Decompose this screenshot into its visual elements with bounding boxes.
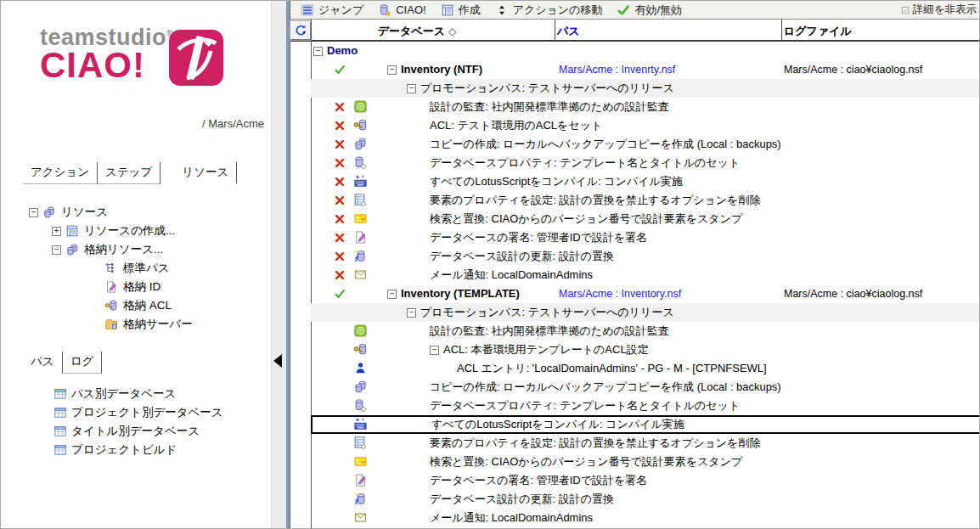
column-header-path[interactable]: パス <box>557 24 580 39</box>
row-label: メール通知: LocalDomainAdmins <box>430 511 593 524</box>
grid-row[interactable]: 設計の監査: 社内開発標準準拠のための設計監査 <box>290 98 980 116</box>
main-panel: ジャンプCIAO!作成アクションの移動有効/無効 詳細を非表示 データベース◇ … <box>290 1 980 529</box>
grid-row[interactable]: 要素のプロパティを設定: 設計の置換を禁止するオプションを削除 <box>290 434 980 453</box>
tab-パス[interactable]: パス <box>23 352 63 374</box>
tree-item-label: 標準パス <box>123 261 170 276</box>
row-logfile: Mars/Acme : ciao¥ciaolog.nsf <box>784 284 922 303</box>
row-label: 検索と置換: CIAOからのバージョン番号で設計要素をスタンプ <box>430 212 742 225</box>
refresh-button[interactable] <box>290 21 311 40</box>
grid-row[interactable]: −プロモーションパス: テストサーバーへのリリース <box>290 79 980 98</box>
toolbar-button-アクションの移動[interactable]: アクションの移動 <box>492 3 614 18</box>
stored-id-icon <box>104 280 118 294</box>
stored-server-icon <box>104 318 118 331</box>
collapse-icon[interactable]: − <box>407 84 416 93</box>
toolbar-button-CIAO![interactable]: CIAO! <box>375 3 436 17</box>
collapse-icon[interactable]: − <box>52 245 61 255</box>
tree-item-label: リソースの作成... <box>84 223 175 239</box>
toolbar-button-ジャンプ[interactable]: ジャンプ <box>297 3 375 18</box>
view-list-item[interactable]: プロジェクト別データベース <box>1 403 271 422</box>
view-icon <box>54 443 67 457</box>
column-header-logfile[interactable]: ログファイル <box>784 24 852 39</box>
toolbar-button-作成[interactable]: 作成 <box>437 3 492 18</box>
tree-item[interactable]: 格納 ACL <box>1 296 271 315</box>
row-label: 要素のプロパティを設定: 設計の置換を禁止するオプションを削除 <box>430 436 760 449</box>
row-label: すべてのLotusScriptをコンパイル: コンパイル実施 <box>430 175 683 188</box>
grid-row[interactable]: コピーの作成: ローカルへバックアップコピーを作成 (Local : backu… <box>290 378 980 397</box>
brand-ciao: CIAO! <box>40 45 145 86</box>
collapse-icon[interactable]: − <box>407 308 416 318</box>
grid-row[interactable]: 検索と置換: CIAOからのバージョン番号で設計要素をスタンプ <box>290 210 980 228</box>
tree-item[interactable]: 格納サーバー <box>1 315 271 334</box>
view-item-label: プロジェクトビルド <box>71 442 177 458</box>
row-logfile: Mars/Acme : ciao¥ciaolog.nsf <box>784 60 922 79</box>
expand-icon[interactable]: + <box>52 227 61 236</box>
tree-item-label: 格納 ID <box>123 279 161 295</box>
row-label: Inventory (NTF) <box>401 63 482 76</box>
tree-item-label: 格納リソース... <box>84 242 163 257</box>
row-label: ACL: テスト環境用のACLをセット <box>430 119 602 132</box>
tab-ログ[interactable]: ログ <box>63 352 103 374</box>
row-label: コピーの作成: ローカルへバックアップコピーを作成 (Local : backu… <box>430 138 781 150</box>
splitter-strip[interactable] <box>271 1 286 529</box>
grid-row[interactable]: ACL エントリ: 'LocalDomainAdmins' - PG - M -… <box>290 359 980 378</box>
view-list-item[interactable]: タイトル別データベース <box>1 422 271 441</box>
resources-icon <box>42 205 56 219</box>
hide-details-toggle[interactable]: 詳細を非表示 <box>900 3 980 17</box>
collapse-icon[interactable]: − <box>387 65 397 75</box>
tab-アクション[interactable]: アクション <box>23 162 98 184</box>
grid-row[interactable]: すべてのLotusScriptをコンパイル: コンパイル実施 <box>290 172 980 191</box>
hide-details-label: 詳細を非表示 <box>913 3 977 17</box>
view-item-label: プロジェクト別データベース <box>71 405 223 420</box>
grid-row[interactable]: すべてのLotusScriptをコンパイル: コンパイル実施 <box>290 415 980 434</box>
collapse-icon[interactable]: − <box>430 346 439 355</box>
grid-row[interactable]: メール通知: LocalDomainAdmins <box>290 509 980 527</box>
grid-row[interactable]: データベースの署名: 管理者IDで設計を署名 <box>290 471 980 490</box>
grid-row[interactable]: −ACL: 本番環境用テンプレートのACL設定 <box>290 340 980 359</box>
grid-row[interactable]: 検索と置換: CIAOからのバージョン番号で設計要素をスタンプ <box>290 453 980 471</box>
view-item-label: タイトル別データベース <box>71 424 200 439</box>
view-list-item[interactable]: パス別データベース <box>1 385 271 403</box>
tree-item[interactable]: −格納リソース... <box>1 240 271 259</box>
view-list-item[interactable]: プロジェクトビルド <box>1 441 271 459</box>
grid-row[interactable]: データベース設計の更新: 設計の置換 <box>290 247 980 266</box>
tree-item[interactable]: 標準パス <box>1 259 271 278</box>
tree-item[interactable]: −リソース <box>1 203 271 222</box>
collapse-sidebar-arrow[interactable] <box>273 354 282 368</box>
view-list: パス別データベースプロジェクト別データベースタイトル別データベースプロジェクトビ… <box>1 385 271 459</box>
grid-row[interactable]: −Inventory (TEMPLATE)Mars/Acme : Invento… <box>290 284 980 303</box>
collapse-icon[interactable]: − <box>29 208 38 217</box>
row-path: Mars/Acme : Invenrty.nsf <box>559 60 675 79</box>
toolbar-button-label: CIAO! <box>396 3 425 16</box>
grid-row[interactable]: 要素のプロパティを設定: 設計の置換を禁止するオプションを削除 <box>290 191 980 210</box>
row-label: データベースプロパティ: テンプレート名とタイトルのセット <box>430 399 740 412</box>
row-label: メール通知: LocalDomainAdmins <box>430 268 593 281</box>
create-resource-icon <box>65 224 79 238</box>
grid-row[interactable]: −Inventory (NTF)Mars/Acme : Invenrty.nsf… <box>290 60 980 79</box>
grid-row[interactable]: −プロモーションパス: テストサーバーへのリリース <box>290 303 980 322</box>
grid-row[interactable]: 設計の監査: 社内開発標準準拠のための設計監査 <box>290 322 980 340</box>
grid-row[interactable]: ACL: テスト環境用のACLをセット <box>290 116 980 135</box>
row-label: Demo <box>327 44 358 57</box>
ciao-window: teamstudio® CIAO! / Mars/Acme アクションステップリ… <box>0 0 980 529</box>
grid-row[interactable]: データベースプロパティ: テンプレート名とタイトルのセット <box>290 154 980 172</box>
collapse-icon[interactable]: − <box>387 290 397 299</box>
toolbar-button-有効/無効[interactable]: 有効/無効 <box>613 3 693 18</box>
tree-item[interactable]: 格納 ID <box>1 278 271 296</box>
column-header-database[interactable]: データベース◇ <box>311 24 523 39</box>
sidebar: teamstudio® CIAO! / Mars/Acme アクションステップリ… <box>1 1 271 529</box>
grid-row[interactable]: データベースの署名: 管理者IDで設計を署名 <box>290 228 980 247</box>
grid-row[interactable]: コピーの作成: ローカルへバックアップコピーを作成 (Local : backu… <box>290 135 980 154</box>
row-label: ACL エントリ: 'LocalDomainAdmins' - PG - M -… <box>457 362 767 374</box>
grid-row[interactable]: −Demo <box>290 42 980 60</box>
grid-row[interactable]: データベースプロパティ: テンプレート名とタイトルのセット <box>290 397 980 415</box>
grid-row[interactable]: メール通知: LocalDomainAdmins <box>290 266 980 284</box>
row-label: データベースプロパティ: テンプレート名とタイトルのセット <box>430 156 740 169</box>
row-path: Mars/Acme : Inventory.nsf <box>559 284 681 303</box>
grid-header: データベース◇ パス ログファイル <box>290 20 980 42</box>
tab-ステップ[interactable]: ステップ <box>98 162 161 184</box>
grid-row[interactable]: データベース設計の更新: 設計の置換 <box>290 490 980 509</box>
tree-item[interactable]: +リソースの作成... <box>1 222 271 240</box>
tab-リソース[interactable]: リソース <box>174 162 237 184</box>
resources-icon <box>65 243 79 256</box>
collapse-icon[interactable]: − <box>313 47 323 56</box>
